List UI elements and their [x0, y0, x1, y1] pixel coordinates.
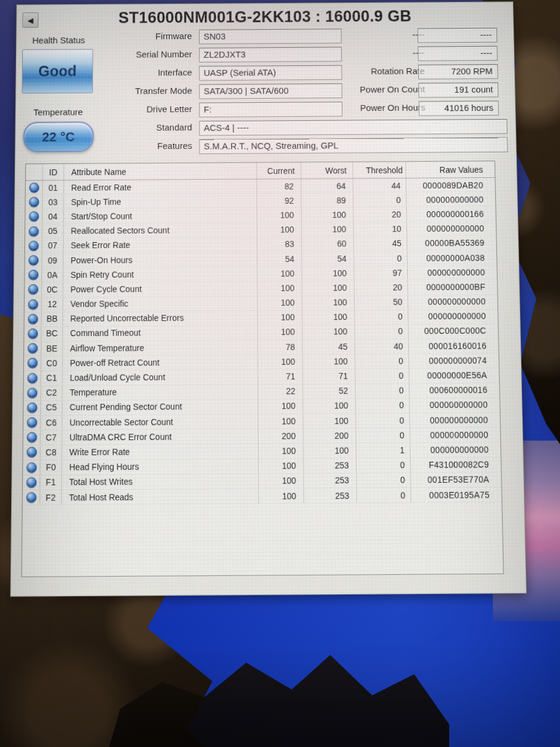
attr-current: 83	[257, 237, 302, 251]
attr-id: 0A	[42, 268, 64, 282]
attr-worst: 200	[303, 428, 356, 443]
led-cell	[24, 297, 42, 311]
counter-field-row: Power On Hours41016 hours	[16, 100, 515, 118]
attr-current: 82	[257, 179, 302, 193]
attr-current: 100	[258, 444, 303, 458]
attr-raw-value: 000016160016	[409, 338, 499, 353]
status-led-blue-icon	[27, 373, 37, 383]
attr-raw-value: 000000000000	[407, 221, 496, 236]
attr-raw-value: 000000000000	[408, 309, 498, 323]
attr-worst: 100	[303, 399, 356, 413]
attr-threshold: 0	[356, 458, 411, 473]
attr-name: Write Error Rate	[62, 444, 258, 460]
attr-current: 54	[257, 252, 302, 266]
attr-name: Seek Error Rate	[64, 238, 257, 253]
counter-field-row: Rotation Rate7200 RPM	[16, 64, 514, 81]
status-led-blue-icon	[26, 477, 37, 488]
attr-id: F1	[40, 475, 62, 490]
attr-name: Total Host Writes	[62, 474, 259, 490]
attr-raw-value: 000000000000	[408, 265, 497, 280]
status-led-blue-icon	[29, 183, 38, 193]
info-field-value: ACS-4 | ----	[199, 119, 508, 136]
attr-threshold: 0	[357, 488, 411, 502]
attr-worst: 100	[302, 222, 354, 236]
attr-worst: 100	[302, 266, 355, 281]
attr-current: 100	[258, 310, 303, 325]
attr-name: Read Error Rate	[64, 179, 257, 194]
attr-name: Power Cycle Count	[63, 281, 257, 296]
attr-threshold: 40	[355, 339, 409, 354]
attr-id: F0	[40, 460, 62, 474]
info-field-label: Features	[15, 141, 192, 152]
status-led-blue-icon	[27, 358, 38, 368]
counter-field-value: 7200 RPM	[418, 64, 498, 79]
attr-worst: 54	[302, 252, 355, 266]
status-led-blue-icon	[28, 299, 38, 309]
led-cell	[26, 181, 43, 195]
attr-current: 100	[258, 281, 303, 295]
counter-field-label: ----	[330, 29, 424, 40]
attr-worst: 64	[302, 179, 354, 193]
attr-name: Spin-Up Time	[64, 194, 257, 209]
attr-raw-value: 0003E0195A75	[411, 487, 502, 502]
status-led-blue-icon	[28, 270, 38, 280]
attr-raw-value: 000000000000	[408, 294, 498, 309]
attr-current: 200	[258, 428, 303, 443]
attr-raw-value: F431000082C9	[411, 458, 501, 473]
attr-id: 03	[43, 195, 64, 209]
attr-worst: 100	[302, 295, 355, 310]
attr-raw-value: 0000000000BF	[408, 280, 497, 294]
attr-id: C0	[41, 356, 63, 371]
led-cell	[26, 195, 43, 209]
attr-threshold: 97	[354, 266, 408, 280]
attr-worst: 100	[303, 443, 356, 458]
attr-current: 100	[258, 473, 304, 488]
attr-id: 07	[42, 239, 64, 253]
smart-attribute-row[interactable]: F2Total Host Reads10025300003E0195A75	[23, 487, 502, 505]
column-header: Current	[257, 162, 302, 179]
info-field-row: FeaturesS.M.A.R.T., NCQ, Streaming, GPL	[15, 137, 516, 155]
status-led-blue-icon	[27, 417, 37, 428]
attr-raw-value: 000000000000	[410, 427, 501, 442]
status-led-blue-icon	[29, 211, 38, 222]
attr-threshold: 20	[354, 207, 407, 221]
status-led-blue-icon	[26, 432, 37, 443]
attr-current: 100	[257, 266, 302, 280]
attr-threshold: 10	[354, 222, 407, 236]
status-led-blue-icon	[28, 284, 38, 295]
led-cell	[25, 253, 43, 267]
attr-name: Load/Unload Cycle Count	[62, 369, 258, 385]
attr-worst: 52	[303, 383, 356, 398]
led-cell	[24, 268, 42, 282]
attr-name: Current Pending Sector Count	[62, 399, 258, 415]
attr-worst: 253	[304, 488, 357, 503]
led-cell	[23, 430, 41, 445]
attr-threshold: 0	[355, 368, 410, 383]
back-button[interactable]: ◀	[23, 12, 38, 27]
attr-id: C8	[40, 445, 62, 460]
led-cell	[23, 460, 40, 475]
counter-field-row: Power On Count191 count	[16, 82, 514, 100]
counter-field-label: Power On Count	[331, 84, 425, 95]
attr-id: C6	[41, 416, 62, 430]
led-cell	[23, 490, 40, 505]
crystaldiskinfo-window: ◀ ST16000NM001G-2KK103 : 16000.9 GB Heal…	[10, 1, 527, 596]
attr-current: 100	[258, 354, 303, 369]
attr-worst: 60	[302, 237, 354, 251]
attr-id: 05	[43, 224, 64, 238]
led-cell	[23, 400, 41, 415]
smart-table-body: 01Read Error Rate8264440000089DAB2003Spi…	[23, 178, 502, 505]
attr-worst: 100	[302, 310, 355, 324]
led-cell	[24, 341, 41, 355]
attr-id: C2	[41, 386, 62, 400]
attr-name: Uncorrectable Sector Count	[62, 414, 258, 430]
counter-field-value: 41016 hours	[419, 101, 499, 116]
attr-raw-value: 001EF53E770A	[411, 472, 501, 487]
attr-id: BE	[41, 341, 63, 355]
attr-raw-value: 0000089DAB20	[407, 178, 495, 193]
attr-current: 100	[258, 295, 303, 310]
attr-current: 100	[257, 208, 302, 222]
header-led-spacer	[26, 164, 43, 180]
attr-raw-value: 000600000016	[410, 383, 499, 397]
attr-raw-value: 000000000166	[407, 207, 496, 221]
